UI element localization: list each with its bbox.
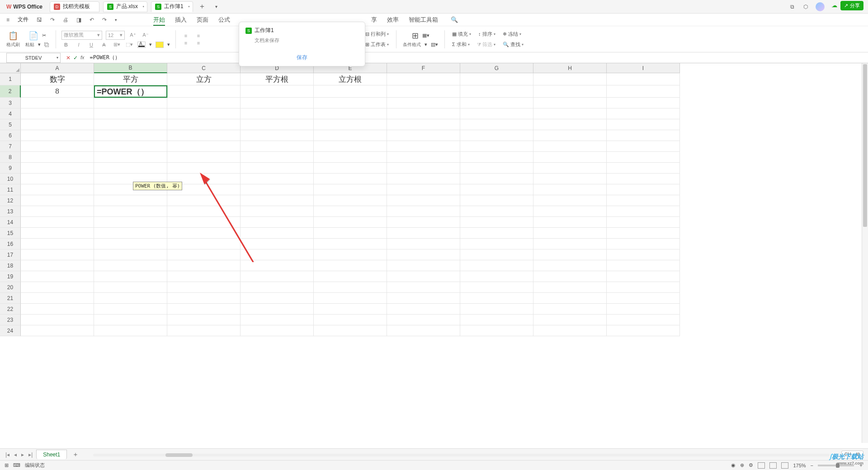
cube-icon[interactable]: ⬡ xyxy=(802,3,809,10)
cell-H10[interactable] xyxy=(533,174,607,184)
cell-I12[interactable] xyxy=(607,195,680,206)
cell-I18[interactable] xyxy=(607,260,680,271)
save-icon[interactable]: 🖫 xyxy=(35,17,44,23)
cell-C16[interactable] xyxy=(167,239,241,249)
format-brush-group[interactable]: 📋 格式刷 xyxy=(5,31,21,48)
menu-icon[interactable]: ≡ xyxy=(5,17,11,23)
cell-B13[interactable] xyxy=(94,206,167,217)
cell-I22[interactable] xyxy=(607,304,680,315)
row-header[interactable]: 4 xyxy=(0,108,21,119)
cell-F3[interactable] xyxy=(387,98,460,108)
cell-F6[interactable] xyxy=(387,130,460,141)
formula-accept-icon[interactable]: ✓ xyxy=(73,55,78,61)
formula-input[interactable]: =POWER（） xyxy=(87,54,868,61)
cell-D9[interactable] xyxy=(241,163,314,174)
scissors-icon[interactable]: ✂ xyxy=(42,33,46,38)
cell-F4[interactable] xyxy=(387,108,460,119)
cell-A23[interactable] xyxy=(21,315,94,325)
fill-button[interactable]: ▦填充▾ xyxy=(450,30,473,38)
cell-H21[interactable] xyxy=(533,293,607,304)
row-header[interactable]: 14 xyxy=(0,217,21,228)
cell-I3[interactable] xyxy=(607,98,680,108)
cell-C1[interactable]: 立方 xyxy=(167,73,241,85)
sheet-first-icon[interactable]: |◂ xyxy=(5,451,10,458)
cell-D5[interactable] xyxy=(241,119,314,130)
cell-E21[interactable] xyxy=(314,293,387,304)
cell-G4[interactable] xyxy=(460,108,533,119)
row-header[interactable]: 22 xyxy=(0,304,21,315)
cell-I2[interactable] xyxy=(607,85,680,98)
cell-H13[interactable] xyxy=(533,206,607,217)
clear-format-button[interactable]: ⬚▾ xyxy=(125,42,134,47)
cell-H8[interactable] xyxy=(533,152,607,163)
cell-E3[interactable] xyxy=(314,98,387,108)
cell-A22[interactable] xyxy=(21,304,94,315)
cell-D20[interactable] xyxy=(241,282,314,293)
sheet-tab-1[interactable]: Sheet1 xyxy=(36,450,67,459)
cell-E15[interactable] xyxy=(314,228,387,239)
cell-E4[interactable] xyxy=(314,108,387,119)
cell-F20[interactable] xyxy=(387,282,460,293)
cell-I7[interactable] xyxy=(607,141,680,152)
cell-C17[interactable] xyxy=(167,249,241,260)
cell-H17[interactable] xyxy=(533,249,607,260)
menu-tab-insert[interactable]: 插入 xyxy=(175,16,187,24)
cloud-icon[interactable]: ☁ xyxy=(832,2,837,9)
row-header[interactable]: 6 xyxy=(0,130,21,141)
cell-F19[interactable] xyxy=(387,271,460,282)
cell-A9[interactable] xyxy=(21,163,94,174)
cell-H7[interactable] xyxy=(533,141,607,152)
cell-G10[interactable] xyxy=(460,174,533,184)
cell-E19[interactable] xyxy=(314,271,387,282)
row-header[interactable]: 5 xyxy=(0,119,21,130)
cell-C5[interactable] xyxy=(167,119,241,130)
cell-H24[interactable] xyxy=(533,325,607,336)
cell-A6[interactable] xyxy=(21,130,94,141)
cell-C19[interactable] xyxy=(167,271,241,282)
cell-D21[interactable] xyxy=(241,293,314,304)
cell-B18[interactable] xyxy=(94,260,167,271)
cell-F1[interactable] xyxy=(387,73,460,85)
row-header[interactable]: 15 xyxy=(0,228,21,239)
cell-B21[interactable] xyxy=(94,293,167,304)
cell-B3[interactable] xyxy=(94,98,167,108)
cell-D2[interactable] xyxy=(241,85,314,98)
keyboard-icon[interactable]: ⌨ xyxy=(13,462,20,468)
cell-I13[interactable] xyxy=(607,206,680,217)
cell-E23[interactable] xyxy=(314,315,387,325)
fill-color-button[interactable] xyxy=(156,42,164,48)
cell-H4[interactable] xyxy=(533,108,607,119)
view-normal-icon[interactable] xyxy=(758,462,765,469)
cell-G11[interactable] xyxy=(460,184,533,195)
cell-I17[interactable] xyxy=(607,249,680,260)
cell-I20[interactable] xyxy=(607,282,680,293)
cell-A1[interactable]: 数字 xyxy=(21,73,94,85)
cell-G21[interactable] xyxy=(460,293,533,304)
col-header[interactable]: F xyxy=(387,63,460,73)
cell-I5[interactable] xyxy=(607,119,680,130)
row-header[interactable]: 18 xyxy=(0,260,21,271)
add-sheet-button[interactable]: ＋ xyxy=(70,451,81,459)
sheet-last-icon[interactable]: ▸| xyxy=(28,451,33,458)
cell-G2[interactable] xyxy=(460,85,533,98)
cell-E20[interactable] xyxy=(314,282,387,293)
find-button[interactable]: 🔍查找▾ xyxy=(501,40,525,49)
cell-G23[interactable] xyxy=(460,315,533,325)
col-header[interactable]: H xyxy=(533,63,607,73)
cell-C22[interactable] xyxy=(167,304,241,315)
cell-B7[interactable] xyxy=(94,141,167,152)
zoom-out-icon[interactable]: − xyxy=(811,463,813,468)
fx-icon[interactable]: fx xyxy=(80,55,85,61)
view-break-icon[interactable] xyxy=(781,462,788,469)
row-header[interactable]: 20 xyxy=(0,282,21,293)
cell-A21[interactable] xyxy=(21,293,94,304)
cell-F23[interactable] xyxy=(387,315,460,325)
decrease-font-icon[interactable]: A⁻ xyxy=(141,32,150,38)
align-center-icon[interactable]: ≡ xyxy=(194,40,203,46)
cell-D16[interactable] xyxy=(241,239,314,249)
cell-A13[interactable] xyxy=(21,206,94,217)
cell-B20[interactable] xyxy=(94,282,167,293)
cell-C9[interactable] xyxy=(167,163,241,174)
cell-F2[interactable] xyxy=(387,85,460,98)
doctab-template[interactable]: D 找稻壳模板 xyxy=(50,1,99,12)
